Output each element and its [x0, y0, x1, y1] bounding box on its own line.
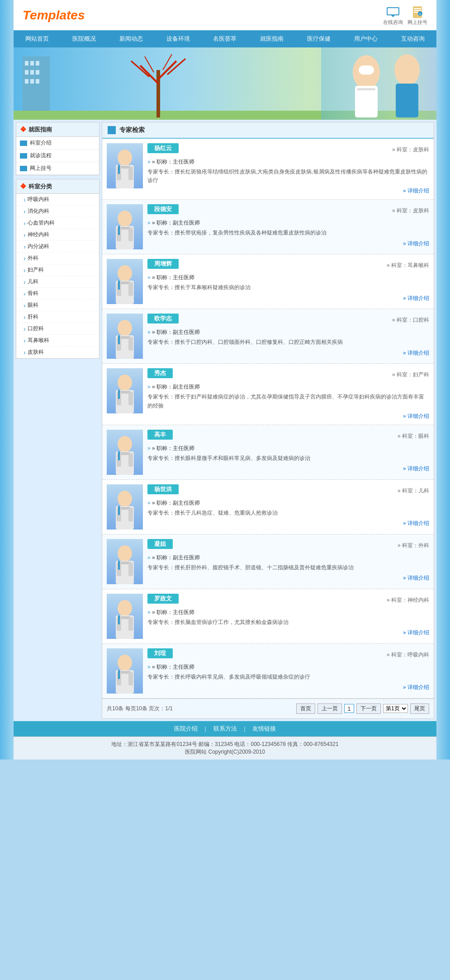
footer-link-about[interactable]: 医院介绍 — [174, 725, 198, 732]
doctor-detail-link-0[interactable]: » 详细介绍 — [147, 187, 429, 195]
dept-item-10[interactable]: 肝科 — [16, 311, 99, 323]
section-header: 专家检索 — [102, 122, 434, 139]
svg-rect-11 — [25, 61, 28, 66]
menu-icon-2 — [20, 153, 27, 159]
dept-item-5[interactable]: 外科 — [16, 253, 99, 264]
dept-item-7[interactable]: 儿科 — [16, 276, 99, 288]
dept-item-0[interactable]: 呼吸内科 — [16, 194, 99, 206]
doctor-detail-link-5[interactable]: » 详细介绍 — [147, 465, 429, 473]
doctor-info-7: 凝姐» 科室：外科» 职称：副主任医师专家专长：擅长肝胆外科、腹腔镜手术、胆道镜… — [147, 539, 429, 582]
doctor-name-6: 杨世洪 — [147, 484, 179, 494]
doctor-specialty-7: 专家专长：擅长肝胆外科、腹腔镜手术、胆道镜、十二指肠镜及普外疑难危重疾病诊治 — [147, 563, 429, 572]
dept-item-4[interactable]: 内分泌科 — [16, 241, 99, 253]
svg-rect-6 — [414, 12, 418, 13]
section-icon — [108, 126, 116, 134]
nav-item-用户中心[interactable]: 用户中心 — [347, 30, 384, 47]
doctor-detail-link-2[interactable]: » 详细介绍 — [147, 295, 429, 302]
doctor-photo-2 — [107, 259, 143, 304]
doctor-photo-4 — [107, 368, 143, 413]
right-content: 专家检索 杨红云» 科室：皮肤科» 职称：主任医师专家专长：擅长红斑狼疮等结缔组… — [102, 122, 434, 719]
page-info: 共10条 每页10条 页次：1/1 — [107, 705, 173, 713]
svg-rect-89 — [128, 563, 133, 576]
nav-item-名医荟萃[interactable]: 名医荟萃 — [206, 30, 243, 47]
sidebar-item-register[interactable]: 网上挂号 — [16, 162, 99, 175]
doctor-info-5: 高丰» 科室：眼科» 职称：主任医师专家专长：擅长眼科显微手术和眼科常见病、多发… — [147, 430, 429, 473]
next-page-button[interactable]: 下一页 — [356, 703, 381, 714]
doctor-header-row-7: 凝姐» 科室：外科 — [147, 539, 429, 551]
dept-item-6[interactable]: 妇产科 — [16, 264, 99, 276]
sidebar-item-dept-intro[interactable]: 科室介绍 — [16, 137, 99, 150]
doctor-dept-3: » 科室：口腔科 — [392, 316, 429, 324]
svg-rect-13 — [36, 61, 39, 66]
doctor-detail-link-9[interactable]: » 详细介绍 — [147, 684, 429, 691]
nav-item-就医指南[interactable]: 就医指南 — [253, 30, 290, 47]
footer-link-friends[interactable]: 友情链接 — [252, 725, 276, 732]
dept-item-1[interactable]: 消化内科 — [16, 206, 99, 217]
online-register-label: 网上挂号 — [407, 19, 427, 26]
doctor-header-row-1: 段德安» 科室：皮肤科 — [147, 204, 429, 216]
doctor-title-0: » 职称：主任医师 — [147, 158, 429, 166]
doctor-specialty-4: 专家专长：擅长于妇产科疑难病症的诊治，尤其在孕期保健指导及子宫内膜癌、不孕症等妇… — [147, 393, 429, 410]
nav-item-医疗保健[interactable]: 医疗保健 — [300, 30, 337, 47]
doctor-detail-link-7[interactable]: » 详细介绍 — [147, 574, 429, 582]
doctor-detail-link-8[interactable]: » 详细介绍 — [147, 629, 429, 637]
doctor-title-8: » 职称：主任医师 — [147, 609, 429, 616]
doctor-header-row-8: 罗政文» 科室：神经内科 — [147, 594, 429, 606]
main-wrapper: ❖ 就医指南 科室介绍 就诊流程 网上挂号 — [14, 120, 436, 721]
sidebar-item-process[interactable]: 就诊流程 — [16, 150, 99, 162]
doctor-dept-5: » 科室：眼科 — [398, 432, 429, 440]
svg-rect-1 — [388, 8, 398, 14]
page-number-input[interactable] — [344, 704, 354, 713]
prev-page-button[interactable]: 上一页 — [317, 703, 342, 714]
dept-item-11[interactable]: 口腔科 — [16, 323, 99, 335]
svg-point-92 — [118, 600, 132, 616]
page-select[interactable]: 第1页 — [383, 704, 408, 713]
dept-item-8[interactable]: 骨科 — [16, 288, 99, 300]
dept-item-2[interactable]: 心血管内科 — [16, 217, 99, 229]
svg-rect-103 — [128, 672, 133, 685]
nav-item-新闻动态[interactable]: 新闻动态 — [113, 30, 150, 47]
svg-rect-47 — [128, 228, 133, 241]
dept-item-9[interactable]: 眼科 — [16, 300, 99, 311]
doctor-dept-4: » 科室：妇产科 — [392, 371, 429, 379]
doctor-detail-link-1[interactable]: » 详细介绍 — [147, 240, 429, 248]
bullet-icon-2: ❖ — [20, 182, 26, 191]
doctor-photo-1 — [107, 204, 143, 249]
dept-item-13[interactable]: 皮肤科 — [16, 347, 99, 358]
dept-item-3[interactable]: 神经内科 — [16, 229, 99, 241]
svg-rect-104 — [118, 670, 120, 679]
doctor-detail-link-4[interactable]: » 详细介绍 — [147, 413, 429, 420]
svg-rect-32 — [359, 66, 374, 75]
doctor-dept-1: » 科室：皮肤科 — [392, 207, 429, 215]
svg-rect-76 — [118, 451, 120, 460]
sidebar-section-dept: ❖ 科室分类 呼吸内科 消化内科 心血管内科 神经内科 内分泌科 外科 妇产科 … — [16, 179, 99, 359]
doctor-card-3: 欧学志» 科室：口腔科» 职称：副主任医师专家专长：擅长于口腔内科、口腔颌面外科… — [102, 309, 434, 364]
nav-item-医院概况[interactable]: 医院概况 — [66, 30, 103, 47]
sidebar-section-guide: ❖ 就医指南 科室介绍 就诊流程 网上挂号 — [16, 122, 99, 175]
logo: Templates — [23, 8, 85, 23]
svg-rect-48 — [118, 226, 120, 235]
nav-item-设备环境[interactable]: 设备环境 — [160, 30, 197, 47]
nav-item-互动咨询[interactable]: 互动咨询 — [394, 30, 431, 47]
svg-rect-18 — [30, 79, 34, 84]
online-consult-button[interactable]: 在线咨询 — [383, 5, 403, 26]
first-page-button[interactable]: 首页 — [296, 703, 315, 714]
last-page-button[interactable]: 尾页 — [410, 703, 429, 714]
doctor-info-6: 杨世洪» 科室：儿科» 职称：副主任医师专家专长：擅长于儿科急症、疑难、危重病人… — [147, 484, 429, 527]
svg-point-43 — [118, 211, 132, 227]
doctor-card-7: 凝姐» 科室：外科» 职称：副主任医师专家专长：擅长肝胆外科、腹腔镜手术、胆道镜… — [102, 535, 434, 589]
doctor-detail-link-6[interactable]: » 详细介绍 — [147, 520, 429, 527]
online-register-button[interactable]: + 网上挂号 — [407, 5, 427, 26]
doctor-name-0: 杨红云 — [147, 143, 179, 153]
doctor-detail-link-3[interactable]: » 详细介绍 — [147, 349, 429, 357]
doctor-header-row-5: 高丰» 科室：眼科 — [147, 430, 429, 442]
svg-marker-2 — [390, 14, 396, 17]
doctor-photo-8 — [107, 594, 143, 639]
svg-point-71 — [118, 436, 132, 452]
footer-link-contact[interactable]: 联系方法 — [213, 725, 237, 732]
doctor-photo-3 — [107, 314, 143, 359]
footer-links: 医院介绍 ｜ 联系方法 ｜ 友情链接 — [14, 721, 436, 736]
nav-item-网站首页[interactable]: 网站首页 — [19, 30, 56, 47]
dept-item-12[interactable]: 耳鼻喉科 — [16, 335, 99, 347]
svg-rect-15 — [30, 70, 34, 75]
